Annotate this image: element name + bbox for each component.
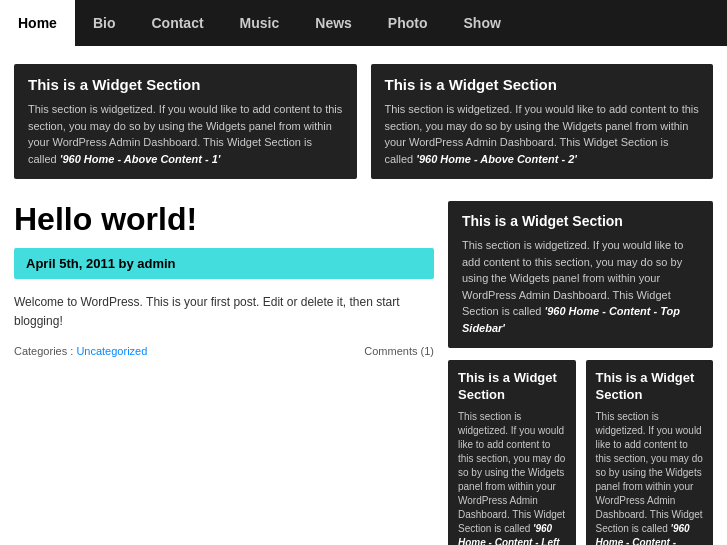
post-title: Hello world! xyxy=(14,201,434,238)
post-body: Welcome to WordPress. This is your first… xyxy=(14,293,434,331)
sidebar-bottom-right: This is a Widget Section This section is… xyxy=(586,360,714,545)
sidebar: This is a Widget Section This section is… xyxy=(448,201,713,545)
sidebar-bottom-left-title: This is a Widget Section xyxy=(458,370,566,404)
top-widget-body-2: This section is widgetized. If you would… xyxy=(385,101,700,167)
sidebar-top-widget-title: This is a Widget Section xyxy=(462,213,699,229)
sidebar-bottom-right-title: This is a Widget Section xyxy=(596,370,704,404)
top-widget-title-1: This is a Widget Section xyxy=(28,76,343,93)
nav-item-bio[interactable]: Bio xyxy=(75,0,134,46)
top-widget-1: This is a Widget Section This section is… xyxy=(14,64,357,179)
sidebar-bottom-right-body: This section is widgetized. If you would… xyxy=(596,410,704,545)
post-date-author: April 5th, 2011 by admin xyxy=(26,256,176,271)
content-area: Hello world! April 5th, 2011 by admin We… xyxy=(14,201,713,545)
post-meta: April 5th, 2011 by admin xyxy=(14,248,434,279)
categories-label: Categories : xyxy=(14,345,73,357)
nav-item-news[interactable]: News xyxy=(297,0,370,46)
top-widget-body-1: This section is widgetized. If you would… xyxy=(28,101,343,167)
top-widget-2: This is a Widget Section This section is… xyxy=(371,64,714,179)
post-body-text: Welcome to WordPress. This is your first… xyxy=(14,293,434,331)
sidebar-top-widget-body: This section is widgetized. If you would… xyxy=(462,237,699,336)
main-content: Hello world! April 5th, 2011 by admin We… xyxy=(14,201,434,545)
category-link[interactable]: Uncategorized xyxy=(76,345,147,357)
sidebar-bottom-row: This is a Widget Section This section is… xyxy=(448,360,713,545)
sidebar-bottom-left: This is a Widget Section This section is… xyxy=(448,360,576,545)
post-comments[interactable]: Comments (1) xyxy=(364,345,434,357)
nav-item-contact[interactable]: Contact xyxy=(133,0,221,46)
nav-item-music[interactable]: Music xyxy=(222,0,298,46)
nav-item-home[interactable]: Home xyxy=(0,0,75,46)
nav-item-show[interactable]: Show xyxy=(446,0,519,46)
top-widget-title-2: This is a Widget Section xyxy=(385,76,700,93)
sidebar-top-widget: This is a Widget Section This section is… xyxy=(448,201,713,348)
nav-item-photo[interactable]: Photo xyxy=(370,0,446,46)
main-nav: HomeBioContactMusicNewsPhotoShow xyxy=(0,0,727,46)
post-footer: Categories : Uncategorized Comments (1) xyxy=(14,345,434,357)
top-widget-row: This is a Widget Section This section is… xyxy=(14,64,713,179)
post-categories: Categories : Uncategorized xyxy=(14,345,147,357)
sidebar-bottom-left-body: This section is widgetized. If you would… xyxy=(458,410,566,545)
